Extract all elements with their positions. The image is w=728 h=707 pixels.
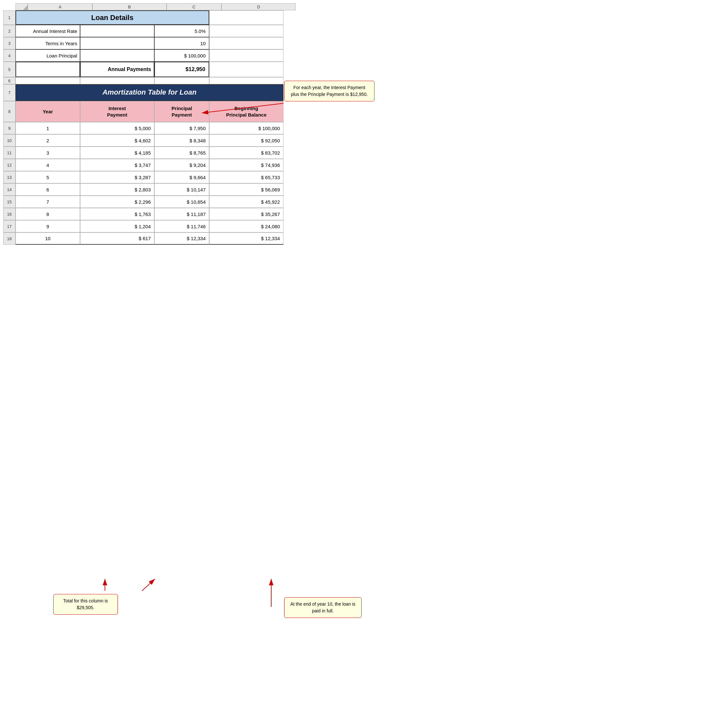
- row-7: 7 Amortization Table for Loan: [3, 84, 296, 101]
- col-header-b: B: [92, 3, 166, 10]
- amort-col-year: Year: [16, 101, 80, 122]
- data-interest-10: $ 617: [80, 232, 154, 245]
- cell-a6: [16, 77, 80, 84]
- data-year-4: 4: [16, 159, 80, 171]
- cell-c3: 10: [154, 37, 209, 49]
- amort-col-principal: PrincipalPayment: [154, 101, 209, 122]
- row-18: 18 10 $ 617 $ 12,334 $ 12,334: [3, 232, 296, 245]
- row-num-14: 14: [3, 183, 16, 196]
- cell-b5: Annual Payments: [80, 62, 154, 77]
- row-num-8: 8: [3, 101, 16, 122]
- row-num-4: 4: [3, 49, 16, 62]
- data-year-3: 3: [16, 147, 80, 159]
- data-year-7: 7: [16, 196, 80, 208]
- data-balance-5: $ 65,733: [209, 171, 283, 183]
- row-2: 2 Annual Interest Rate 5.0%: [3, 25, 296, 37]
- row-num-11: 11: [3, 147, 16, 159]
- row-15: 15 7 $ 2,296 $ 10,654 $ 45,922: [3, 196, 296, 208]
- col-header-d: D: [221, 3, 296, 10]
- amort-col-interest: InterestPayment: [80, 101, 154, 122]
- cell-d6: [209, 77, 283, 84]
- data-balance-7: $ 45,922: [209, 196, 283, 208]
- cell-a2: Annual Interest Rate: [16, 25, 80, 37]
- col-header-a: A: [28, 3, 92, 10]
- data-interest-4: $ 3,747: [80, 159, 154, 171]
- data-year-10: 10: [16, 232, 80, 245]
- cell-a3: Terms in Years: [16, 37, 80, 49]
- column-headers-row: A B C D: [16, 3, 296, 10]
- row-8: 8 Year InterestPayment PrincipalPayment …: [3, 101, 296, 122]
- row-num-6: 6: [3, 77, 16, 84]
- row-num-1: 1: [3, 10, 16, 25]
- row-num-17: 17: [3, 220, 16, 232]
- data-balance-2: $ 92,050: [209, 134, 283, 147]
- data-balance-6: $ 56,069: [209, 183, 283, 196]
- row-num-16: 16: [3, 208, 16, 220]
- row-num-7: 7: [3, 84, 16, 101]
- spreadsheet: A B C D 1 Loan Details 2 Annual Interest…: [3, 3, 296, 245]
- data-balance-9: $ 24,080: [209, 220, 283, 232]
- amort-table-header: Amortization Table for Loan: [16, 84, 283, 101]
- corner-cell: [16, 3, 28, 10]
- cell-a5: [16, 62, 80, 77]
- row-num-5: 5: [3, 62, 16, 77]
- row-12: 12 4 $ 3,747 $ 9,204 $ 74,936: [3, 159, 296, 171]
- row-num-3: 3: [3, 37, 16, 49]
- row-13: 13 5 $ 3,287 $ 9,664 $ 65,733: [3, 171, 296, 183]
- data-interest-5: $ 3,287: [80, 171, 154, 183]
- row-5: 5 Annual Payments $12,950: [3, 62, 296, 77]
- cell-c2: 5.0%: [154, 25, 209, 37]
- data-year-2: 2: [16, 134, 80, 147]
- row-6: 6: [3, 77, 296, 84]
- data-interest-2: $ 4,602: [80, 134, 154, 147]
- row-num-13: 13: [3, 171, 16, 183]
- data-balance-3: $ 83,702: [209, 147, 283, 159]
- cell-a4: Loan Principal: [16, 49, 80, 62]
- data-interest-3: $ 4,185: [80, 147, 154, 159]
- cell-d5: [209, 62, 283, 77]
- data-principal-1: $ 7,950: [154, 122, 209, 134]
- row-10: 10 2 $ 4,602 $ 8,348 $ 92,050: [3, 134, 296, 147]
- row-17: 17 9 $ 1,204 $ 11,746 $ 24,080: [3, 220, 296, 232]
- data-year-6: 6: [16, 183, 80, 196]
- data-principal-8: $ 11,187: [154, 208, 209, 220]
- row-num-9: 9: [3, 122, 16, 134]
- loan-details-header: Loan Details: [16, 10, 209, 25]
- data-principal-5: $ 9,664: [154, 171, 209, 183]
- row-9: 9 1 $ 5,000 $ 7,950 $ 100,000: [3, 122, 296, 134]
- row-4: 4 Loan Principal $ 100,000: [3, 49, 296, 62]
- data-principal-3: $ 8,765: [154, 147, 209, 159]
- data-principal-4: $ 9,204: [154, 159, 209, 171]
- data-balance-1: $ 100,000: [209, 122, 283, 134]
- data-balance-8: $ 35,267: [209, 208, 283, 220]
- data-principal-10: $ 12,334: [154, 232, 209, 245]
- amort-col-balance: BeginningPrincipal Balance: [209, 101, 283, 122]
- cell-c5: $12,950: [154, 62, 209, 77]
- data-principal-7: $ 10,654: [154, 196, 209, 208]
- data-interest-9: $ 1,204: [80, 220, 154, 232]
- cell-b3: [80, 37, 154, 49]
- data-interest-8: $ 1,763: [80, 208, 154, 220]
- cell-d2: [209, 25, 283, 37]
- data-interest-6: $ 2,803: [80, 183, 154, 196]
- cell-d1: [209, 10, 283, 25]
- row-1: 1 Loan Details: [3, 10, 296, 25]
- data-interest-7: $ 2,296: [80, 196, 154, 208]
- row-3: 3 Terms in Years 10: [3, 37, 296, 49]
- row-16: 16 8 $ 1,763 $ 11,187 $ 35,267: [3, 208, 296, 220]
- data-year-8: 8: [16, 208, 80, 220]
- row-11: 11 3 $ 4,185 $ 8,765 $ 83,702: [3, 147, 296, 159]
- data-balance-10: $ 12,334: [209, 232, 283, 245]
- row-num-18: 18: [3, 232, 16, 245]
- row-num-15: 15: [3, 196, 16, 208]
- cell-d4: [209, 49, 283, 62]
- data-principal-6: $ 10,147: [154, 183, 209, 196]
- callout-annual-payment: For each year, the Interest Payment plus…: [284, 81, 374, 101]
- cell-b4: [80, 49, 154, 62]
- data-year-5: 5: [16, 171, 80, 183]
- row-14: 14 6 $ 2,803 $ 10,147 $ 56,069: [3, 183, 296, 196]
- callout-column-total: Total for this column is $29,505.: [53, 594, 118, 615]
- cell-b2: [80, 25, 154, 37]
- row-num-12: 12: [3, 159, 16, 171]
- callout-loan-paid: At the end of year 10, the loan is paid …: [284, 597, 361, 618]
